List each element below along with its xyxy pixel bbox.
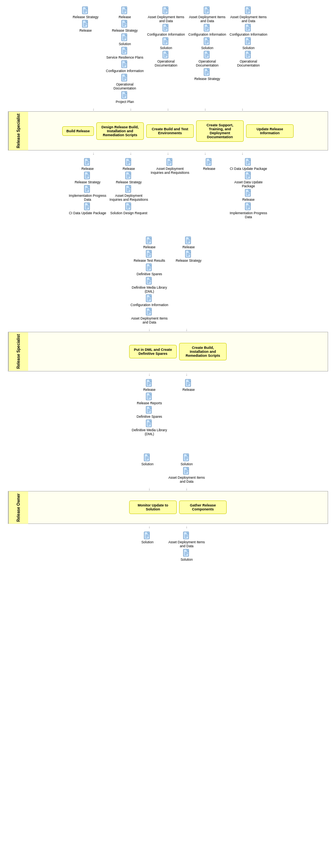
output-col1: Release Release Strategy Implementation … (68, 158, 107, 216)
s3-output-col1: Solution (130, 531, 165, 545)
doc-item: Project Plan (116, 91, 134, 104)
doc-item: Asset Deployment Items and Data (146, 6, 186, 23)
output-col2: Release Release Strategy Asset Deploymen… (109, 158, 149, 216)
s3-input-col2: Solution Asset Deployment Items and Data (167, 453, 206, 484)
input-col4: Asset Deployment Items and Data Configur… (187, 6, 227, 82)
input-col1: Release Strategy Release (68, 6, 103, 33)
doc-item: Solution (160, 37, 172, 50)
section2-outputs: Release Release Reports Definitive Spare… (4, 377, 332, 439)
swimlane2-actor: Release Specialist (8, 332, 28, 371)
doc-item: Configuration Information (188, 24, 226, 36)
task-create-support[interactable]: Create Support, Training, and Deployment… (196, 120, 244, 142)
doc-item: Operational Documentation (229, 51, 268, 67)
task-design-release[interactable]: Design Release Build, Installation and R… (96, 122, 144, 140)
doc-item: Operational Documentation (187, 51, 227, 67)
swimlane2: Release Specialist Put in DML and Create… (8, 332, 328, 371)
task-build-release[interactable]: Build Release (62, 126, 94, 136)
doc-item: Asset Deployment Items and Data (229, 6, 268, 23)
task-gather-release[interactable]: Gather Release Components (179, 501, 227, 514)
doc-item: Configuration Information (106, 60, 143, 73)
doc-item: Release Strategy (112, 20, 137, 32)
s2-output-col2: Release (171, 379, 206, 392)
doc-item: Release (79, 20, 92, 32)
task-create-build-test[interactable]: Create Build and Test Environments (146, 124, 194, 138)
output-col5: CI Data Update Package Asset Data Update… (229, 158, 268, 220)
task-create-build-install[interactable]: Create Build, Installation and Remediati… (179, 343, 227, 360)
swimlane1-tasks: Build Release Design Release Build, Inst… (28, 112, 328, 150)
doc-item: Solution (119, 33, 131, 46)
swimlane2-tasks: Put in DML and Create Definitive Spares … (28, 332, 328, 371)
output-col3: Asset Deployment Inquiries and Requisiti… (150, 158, 190, 175)
doc-item: Release Strategy (194, 68, 220, 81)
doc-item: Release Strategy (73, 6, 98, 19)
doc-item: Service Resilience Plans (106, 47, 143, 59)
task-put-dml[interactable]: Put in DML and Create Definitive Spares (129, 345, 177, 358)
input-col5: Asset Deployment Items and Data Configur… (229, 6, 268, 68)
s2-input-col1: Release Release Test Results Definitive … (130, 236, 169, 325)
s2-output-col1: Release Release Reports Definitive Spare… (130, 379, 169, 437)
doc-item: Operational Documentation (105, 74, 145, 90)
section1-outputs: Release Release Strategy Implementation … (4, 156, 332, 222)
diagram-container: Release Strategy Release Release Release… (0, 0, 336, 569)
swimlane3-actor: Release Owner (8, 491, 28, 524)
swimlane3: Release Owner Monitor Update to Solution… (8, 491, 328, 524)
doc-item: Solution (201, 37, 214, 50)
doc-item: Solution (242, 37, 255, 50)
s2-input-col2: Release Release Strategy (171, 236, 206, 263)
doc-item: Operational Documentation (146, 51, 186, 67)
doc-item: Release (118, 6, 131, 19)
section3-outputs: Solution Asset Deployment Items and Data… (4, 529, 332, 565)
input-col3: Asset Deployment Items and Data Configur… (146, 6, 186, 68)
doc-item: Configuration Information (229, 24, 267, 36)
doc-item: Configuration Information (147, 24, 185, 36)
s3-input-col1: Solution (130, 453, 165, 467)
s3-output-col2: Asset Deployment Items and Data Solution (167, 531, 206, 562)
input-col2: Release Release Strategy Solution Servic… (105, 6, 145, 105)
swimlane3-tasks: Monitor Update to Solution Gather Releas… (28, 491, 328, 524)
output-col4: Release (191, 158, 227, 171)
doc-item: Asset Deployment Items and Data (187, 6, 227, 23)
swimlane1: Release Specialist Build Release Design … (8, 111, 328, 150)
task-update-release[interactable]: Update Release Information (246, 124, 294, 138)
section2-inputs: Release Release Test Results Definitive … (4, 234, 332, 327)
task-monitor-update[interactable]: Monitor Update to Solution (129, 501, 177, 514)
section3-inputs: Solution Solution Asset Deployment Items… (4, 451, 332, 487)
swimlane1-actor: Release Specialist (8, 112, 28, 150)
section1-inputs: Release Strategy Release Release Release… (4, 4, 332, 107)
